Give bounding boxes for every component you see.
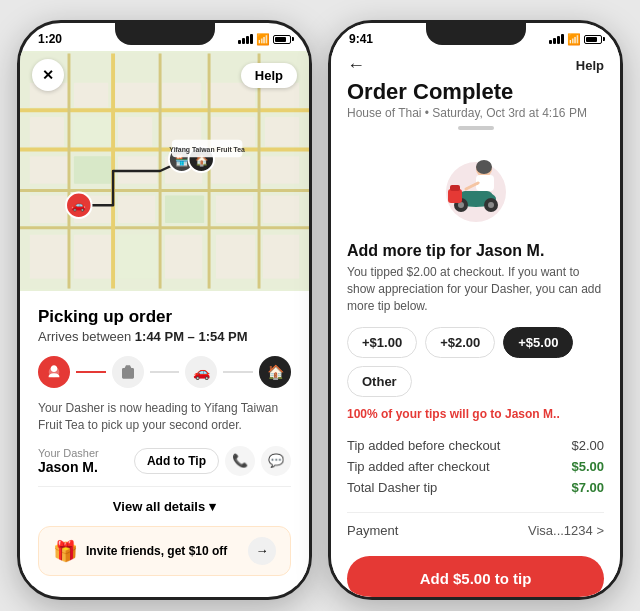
progress-track: 🚗 🏠 (38, 356, 291, 388)
tip-after-label: Tip added after checkout (347, 459, 490, 474)
svg-rect-19 (30, 195, 67, 222)
svg-rect-28 (165, 235, 202, 279)
tip-note: 100% of your tips will go to Jason M.. (347, 407, 604, 421)
svg-rect-13 (30, 156, 69, 183)
svg-rect-8 (74, 117, 113, 146)
svg-rect-21 (118, 195, 155, 222)
progress-line-3 (223, 371, 253, 373)
time-left: 1:20 (38, 32, 62, 46)
svg-rect-26 (74, 235, 111, 279)
svg-rect-23 (216, 195, 253, 222)
right-body: Add more tip for Jason M. You tipped $2.… (331, 138, 620, 597)
invite-text: Invite friends, get $10 off (86, 544, 227, 558)
chat-icon-button[interactable]: 💬 (261, 446, 291, 476)
signal-icon-right (549, 34, 564, 44)
svg-rect-60 (450, 185, 460, 191)
tip-option-3[interactable]: +$5.00 (503, 327, 573, 358)
map-help-button[interactable]: Help (241, 63, 297, 88)
tip-option-other[interactable]: Other (347, 366, 412, 397)
svg-rect-25 (30, 235, 69, 279)
svg-text:Yifang Taiwan Fruit Tea: Yifang Taiwan Fruit Tea (169, 146, 245, 154)
tip-section: Add more tip for Jason M. You tipped $2.… (347, 242, 604, 597)
progress-car-icon: 🚗 (185, 356, 217, 388)
battery-icon-right (584, 35, 602, 44)
dasher-row: Your Dasher Jason M. Add to Tip 📞 💬 (38, 446, 291, 476)
signal-icon-left (238, 34, 253, 44)
divider-1 (38, 486, 291, 487)
order-complete-title: Order Complete (347, 80, 604, 104)
view-details-row[interactable]: View all details ▾ (38, 495, 291, 518)
progress-line-2 (150, 371, 180, 373)
wifi-icon-right: 📶 (567, 33, 581, 46)
invite-banner[interactable]: 🎁 Invite friends, get $10 off → (38, 526, 291, 576)
svg-rect-14 (74, 156, 111, 183)
status-icons-right: 📶 (549, 33, 602, 46)
tip-options: +$1.00 +$2.00 +$5.00 Other (347, 327, 604, 397)
tip-after-row: Tip added after checkout $5.00 (347, 456, 604, 477)
tip-note-name: Jason M. (505, 407, 556, 421)
right-help-button[interactable]: Help (576, 58, 604, 73)
add-tip-cta-button[interactable]: Add $5.00 to tip (347, 556, 604, 597)
svg-rect-59 (448, 189, 462, 203)
right-phone: 9:41 📶 ← He (328, 20, 623, 600)
tip-before-row: Tip added before checkout $2.00 (347, 435, 604, 456)
add-tip-button[interactable]: Add to Tip (134, 448, 219, 474)
dasher-actions: Add to Tip 📞 💬 (134, 446, 291, 476)
tip-total-label: Total Dasher tip (347, 480, 437, 495)
tip-before-value: $2.00 (571, 438, 604, 453)
map-area: 🚗 🏪 🏠 Yifang Taiwan Fruit Tea ✕ Help (20, 51, 309, 291)
right-header: ← Help Order Complete House of Thai • Sa… (331, 51, 620, 138)
payment-label: Payment (347, 523, 398, 538)
tip-description: You tipped $2.00 at checkout. If you wan… (347, 264, 604, 314)
svg-rect-7 (30, 117, 64, 146)
dasher-name: Jason M. (38, 459, 99, 475)
view-details-label: View all details (113, 499, 205, 514)
gift-icon: 🎁 (53, 539, 78, 563)
progress-store-icon (112, 356, 144, 388)
tip-option-1[interactable]: +$1.00 (347, 327, 417, 358)
tip-total-row: Total Dasher tip $7.00 (347, 477, 604, 498)
delivery-illustration (347, 142, 604, 232)
invite-arrow-button[interactable]: → (248, 537, 276, 565)
svg-text:🚗: 🚗 (71, 198, 86, 212)
eta-value: 1:44 PM – 1:54 PM (135, 329, 248, 344)
tip-before-label: Tip added before checkout (347, 438, 500, 453)
progress-dasher-icon (38, 356, 70, 388)
payment-link[interactable]: Visa...1234 > (528, 523, 604, 538)
status-icons-left: 📶 (238, 33, 291, 46)
svg-rect-27 (118, 235, 157, 279)
pickup-title: Picking up order (38, 307, 291, 327)
map-header: ✕ Help (20, 51, 309, 99)
chevron-down-icon: ▾ (209, 499, 216, 514)
body-text: Your Dasher is now heading to Yifang Tai… (38, 400, 291, 434)
svg-rect-12 (265, 117, 299, 146)
tip-option-2[interactable]: +$2.00 (425, 327, 495, 358)
progress-home-icon: 🏠 (259, 356, 291, 388)
map-close-button[interactable]: ✕ (32, 59, 64, 91)
phone-icon-button[interactable]: 📞 (225, 446, 255, 476)
svg-point-52 (476, 160, 492, 174)
eta-text: Arrives between 1:44 PM – 1:54 PM (38, 329, 291, 344)
tip-total-value: $7.00 (571, 480, 604, 495)
tip-breakdown: Tip added before checkout $2.00 Tip adde… (347, 435, 604, 498)
scooter-illustration (426, 147, 526, 227)
svg-point-58 (488, 202, 494, 208)
tip-after-value: $5.00 (571, 459, 604, 474)
svg-rect-9 (118, 117, 152, 146)
divider-right (347, 512, 604, 513)
phone-notch-left (115, 23, 215, 45)
wifi-icon-left: 📶 (256, 33, 270, 46)
dasher-label: Your Dasher (38, 447, 99, 459)
svg-rect-18 (260, 156, 299, 183)
back-button[interactable]: ← (347, 55, 365, 76)
right-content: 9:41 📶 ← He (331, 23, 620, 597)
left-phone: 1:20 📶 (17, 20, 312, 600)
svg-rect-29 (216, 235, 255, 279)
right-nav: ← Help (347, 55, 604, 76)
order-subtitle: House of Thai • Saturday, Oct 3rd at 4:1… (347, 106, 604, 120)
payment-row: Payment Visa...1234 > (347, 519, 604, 542)
svg-rect-17 (211, 156, 250, 183)
info-card: Picking up order Arrives between 1:44 PM… (20, 291, 309, 586)
phone-notch-right (426, 23, 526, 45)
svg-rect-22 (165, 195, 204, 222)
